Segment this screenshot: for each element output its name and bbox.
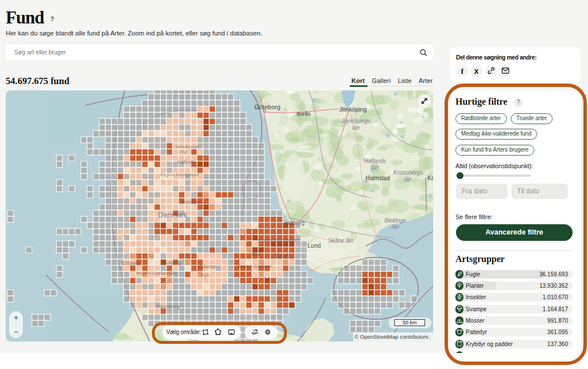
svg-text:län: län (352, 125, 360, 131)
svg-text:Region Hovedstaden: Region Hovedstaden (258, 237, 301, 243)
svg-text:Esbjerg: Esbjerg (122, 260, 140, 266)
svg-text:Hallands: Hallands (364, 158, 386, 164)
svg-text:Kolding: Kolding (164, 260, 181, 265)
svg-text:Kaln: Kaln (427, 175, 433, 181)
svg-text:Jönköpings: Jönköpings (341, 118, 371, 124)
svg-text:Ros: Ros (252, 252, 262, 257)
svg-text:län: län (371, 164, 379, 170)
svg-text:län: län (391, 224, 399, 230)
svg-text:Region Syddanmark: Region Syddanmark (136, 271, 178, 276)
svg-text:Skåne län: Skåne län (328, 237, 354, 244)
svg-text:Jönköping: Jönköping (339, 106, 367, 113)
svg-text:Danmark: Danmark (158, 211, 187, 219)
svg-text:Blekinge: Blekinge (385, 217, 407, 224)
svg-text:Vendsyssel: Vendsyssel (175, 144, 199, 149)
svg-text:Region Sjælland: Region Sjælland (238, 264, 271, 269)
svg-text:ingborg: ingborg (285, 219, 305, 226)
svg-text:Aalborg: Aalborg (177, 159, 195, 165)
svg-text:Odense: Odense (198, 264, 217, 269)
svg-text:Fyn: Fyn (201, 272, 209, 278)
svg-text:Randers: Randers (182, 199, 202, 205)
svg-text:havn: havn (275, 252, 289, 259)
svg-text:Region Nordjylland: Region Nordjylland (160, 172, 199, 177)
svg-text:Lund: Lund (307, 242, 321, 249)
svg-text:Borås: Borås (297, 110, 311, 117)
svg-text:Thy: Thy (179, 149, 187, 154)
svg-text:Flensburg: Flensburg (157, 304, 179, 310)
svg-text:län: län (404, 176, 412, 182)
svg-text:Kronobergs: Kronobergs (393, 169, 423, 176)
svg-text:Halmstad: Halmstad (366, 175, 390, 181)
